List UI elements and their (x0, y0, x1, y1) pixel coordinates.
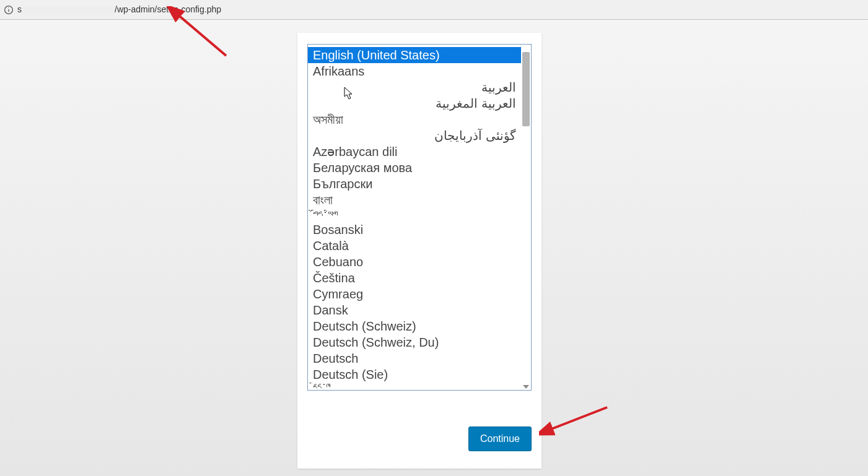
language-option[interactable]: Čeština (308, 270, 521, 286)
language-option[interactable]: Deutsch (Sie) (308, 366, 521, 383)
language-option[interactable]: Bosanski (308, 222, 521, 238)
language-option[interactable]: Dansk (308, 302, 521, 318)
language-select[interactable]: English (United States)Afrikaansالعربيةا… (307, 44, 532, 391)
scrollbar[interactable] (522, 46, 530, 389)
language-option[interactable]: گؤنئی آذربایجان (308, 128, 521, 144)
scrollbar-down-icon[interactable] (523, 385, 529, 389)
annotation-arrow-continue (539, 396, 620, 446)
language-option[interactable]: Cebuano (308, 254, 521, 270)
setup-card: English (United States)Afrikaansالعربيةا… (297, 33, 541, 469)
language-option[interactable]: বাংলা (308, 192, 521, 208)
url-prefix: s (17, 4, 22, 14)
scrollbar-thumb[interactable] (522, 52, 530, 126)
language-option[interactable]: Български (308, 176, 521, 192)
url-redacted (23, 6, 113, 15)
language-list: English (United States)Afrikaansالعربيةا… (308, 45, 521, 390)
language-option[interactable]: English (United States) (308, 47, 521, 63)
language-option[interactable]: Deutsch (Schweiz, Du) (308, 334, 521, 350)
url-suffix: /wp-admin/setup-config.php (115, 4, 221, 14)
continue-button[interactable]: Continue (468, 426, 532, 451)
language-option[interactable]: Afrikaans (308, 63, 521, 79)
url-text[interactable]: s/wp-admin/setup-config.php (17, 4, 221, 14)
language-option[interactable]: བོད་ཡིག (308, 208, 521, 222)
language-option[interactable]: Deutsch (Schweiz) (308, 318, 521, 334)
language-option[interactable]: Azərbaycan dili (308, 144, 521, 160)
info-icon (4, 5, 14, 15)
language-option[interactable]: Català (308, 238, 521, 254)
language-option[interactable]: Cymraeg (308, 286, 521, 302)
language-option[interactable]: অসমীয়া (308, 111, 521, 128)
language-option[interactable]: Deutsch (308, 350, 521, 366)
svg-line-3 (177, 14, 226, 56)
language-option[interactable]: ཇོང་ཁ (308, 383, 521, 389)
address-bar: s/wp-admin/setup-config.php (0, 0, 868, 20)
language-option[interactable]: العربية (308, 79, 521, 95)
svg-line-4 (548, 407, 607, 430)
scrollbar-track[interactable] (522, 52, 530, 383)
svg-point-2 (8, 7, 9, 7)
language-option[interactable]: العربية المغربية (308, 95, 521, 111)
language-option[interactable]: Беларуская мова (308, 160, 521, 176)
